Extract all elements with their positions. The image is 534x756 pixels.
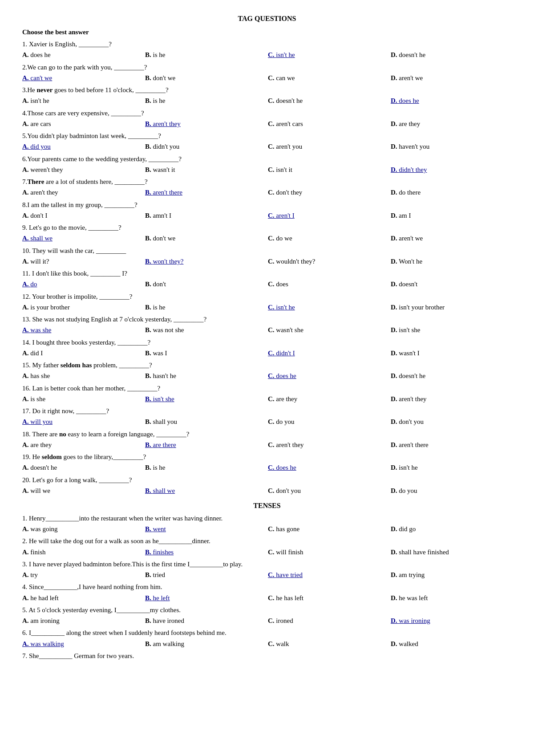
answer-letter: C. <box>268 525 276 532</box>
answer-letter: C. <box>268 594 276 602</box>
answer-letter: D. <box>391 326 399 333</box>
answers-14: A. did IB. was IC. didn't ID. wasn't I <box>22 348 512 358</box>
answer-text: was ironing <box>399 617 430 624</box>
answer-letter: D. <box>391 166 399 173</box>
answer-letter: D. <box>391 51 399 58</box>
answers-15: A. has sheB. hasn't heC. does heD. doesn… <box>22 371 512 381</box>
answer-letter: D. <box>391 487 399 494</box>
answer-18-0: A. are they <box>22 440 143 450</box>
question-text-10: 10. They will wash the car, _________ <box>22 246 512 256</box>
answer-19-1: B. is he <box>145 463 266 473</box>
answer-1-2: C. isn't he <box>268 50 389 60</box>
question-text-1: 1. Xavier is English, _________? <box>22 39 512 49</box>
answer-letter: D. <box>391 258 399 265</box>
answer-letter: B. <box>145 487 153 494</box>
answer-letter: B. <box>145 97 153 104</box>
answer-text: does <box>276 280 288 288</box>
answer-8-2: C. aren't I <box>268 211 389 221</box>
question-14: 14. I bought three books yesterday, ____… <box>22 337 512 359</box>
answer-text: aren't they <box>276 441 303 448</box>
question-text-11: 11. I don't like this book, _________ I? <box>22 268 512 279</box>
answer-3-1: B. is he <box>145 96 266 106</box>
question-text-6: 6. I__________ along the street when I s… <box>22 628 512 638</box>
answer-9-3: D. aren't we <box>391 233 512 244</box>
answer-text: wasn't it <box>153 166 175 173</box>
answer-letter: A. <box>22 372 30 379</box>
question-text-8: 8.I am the tallest in my group, ________… <box>22 200 512 210</box>
answer-letter: A. <box>22 189 30 196</box>
answer-text: went <box>153 525 166 532</box>
answers-3: A. tryB. triedC. have triedD. am trying <box>22 570 512 580</box>
answer-6-0: A. weren't they <box>22 165 143 175</box>
answer-11-0: A. do <box>22 279 143 289</box>
answer-letter: C. <box>268 189 276 196</box>
answer-text: wouldn't they? <box>276 258 315 265</box>
answer-letter: C. <box>268 350 276 357</box>
answer-letter: C. <box>268 640 276 647</box>
answer-text: don't we <box>153 74 176 81</box>
answer-text: is she <box>30 395 45 402</box>
answer-text: isn't your brother <box>399 304 445 311</box>
answer-text: was going <box>30 525 57 532</box>
answer-letter: C. <box>268 143 276 150</box>
answer-4-1: B. he left <box>145 593 266 603</box>
answer-16-3: D. aren't they <box>391 394 512 404</box>
answer-14-3: D. wasn't I <box>391 348 512 358</box>
answer-text: does he <box>276 464 296 471</box>
answer-text: will it? <box>30 258 49 265</box>
question-text-2: 2.We can go to the park with you, ______… <box>22 62 512 73</box>
answer-11-1: B. don't <box>145 279 266 289</box>
answer-letter: C. <box>268 51 276 58</box>
answer-letter: B. <box>145 258 153 265</box>
answers-12: A. is your brotherB. is heC. isn't heD. … <box>22 302 512 313</box>
answer-letter: A. <box>22 120 30 127</box>
answer-text: don't you <box>399 418 424 425</box>
answers-9: A. shall weB. don't weC. do weD. aren't … <box>22 233 512 244</box>
answer-text: do you <box>399 487 417 494</box>
question-12: 12. Your brother is impolite, _________?… <box>22 292 512 313</box>
answer-text: do you <box>276 418 294 425</box>
answer-letter: A. <box>22 350 30 357</box>
answer-text: was she <box>30 326 51 333</box>
answer-text: are they <box>276 395 297 402</box>
answer-letter: A. <box>22 280 30 288</box>
answer-text: doesn't he <box>30 464 57 471</box>
answer-text: am I <box>399 212 411 219</box>
answer-4-2: C. he has left <box>268 593 389 603</box>
question-11: 11. I don't like this book, _________ I?… <box>22 268 512 290</box>
answer-20-2: C. don't you <box>268 486 389 496</box>
answer-letter: D. <box>391 372 399 379</box>
answer-letter: D. <box>391 464 399 471</box>
answer-letter: A. <box>22 617 30 624</box>
answer-text: are cars <box>30 120 51 127</box>
question-text-16: 16. Lan is better cook than her mother, … <box>22 383 512 394</box>
answer-letter: D. <box>391 594 399 602</box>
question-4: 4.Those cars are very expensive, _______… <box>22 108 512 130</box>
answer-text: aren't we <box>399 74 423 81</box>
answer-18-3: D. aren't there <box>391 440 512 450</box>
question-text-12: 12. Your brother is impolite, _________? <box>22 292 512 302</box>
answer-2-1: B. finishes <box>145 547 266 557</box>
answer-letter: C. <box>268 258 276 265</box>
answer-text: weren't they <box>30 166 63 173</box>
answer-letter: B. <box>145 74 153 81</box>
answer-10-3: D. Won't he <box>391 256 512 267</box>
answer-text: am walking <box>153 640 184 647</box>
answer-text: is your brother <box>30 304 69 311</box>
answer-6-2: C. walk <box>268 639 389 649</box>
answer-text: can we <box>276 74 295 81</box>
answer-text: Won't he <box>399 258 422 265</box>
answer-10-2: C. wouldn't they? <box>268 256 389 267</box>
answer-text: isn't she <box>399 326 420 333</box>
answer-letter: A. <box>22 143 30 150</box>
question-text-13: 13. She was not studying English at 7 o'… <box>22 314 512 325</box>
answer-letter: C. <box>268 487 276 494</box>
answer-6-3: D. didn't they <box>391 165 512 175</box>
answer-text: am ironing <box>30 617 59 624</box>
answer-letter: B. <box>145 51 153 58</box>
question-9: 9. Let's go to the movie, _________?A. s… <box>22 223 512 244</box>
section1-label: Choose the best answer <box>22 27 512 37</box>
answer-4-2: C. aren't cars <box>268 119 389 129</box>
answer-letter: C. <box>268 280 276 288</box>
answer-letter: C. <box>268 441 276 448</box>
